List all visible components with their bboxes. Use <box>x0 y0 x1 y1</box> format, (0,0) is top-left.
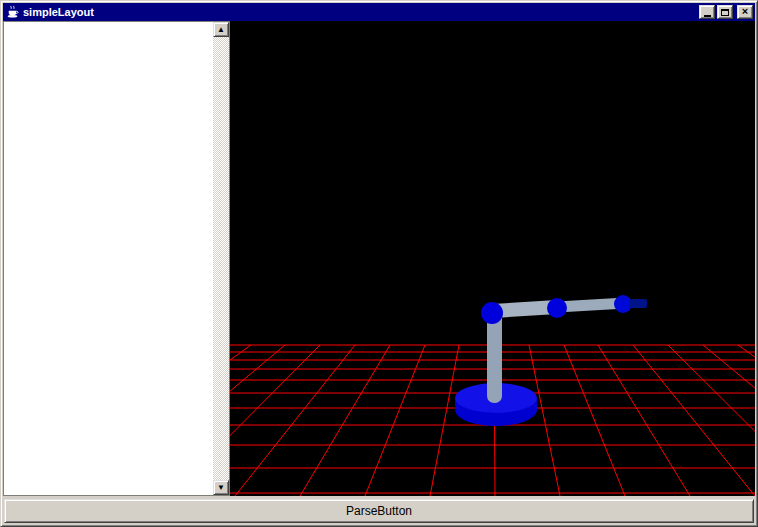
minimize-icon <box>704 15 711 17</box>
vertical-scrollbar[interactable]: ▲ ▼ <box>213 22 229 495</box>
scroll-down-button[interactable]: ▼ <box>213 480 229 495</box>
java-logo-icon <box>5 5 20 20</box>
close-icon: × <box>742 6 748 17</box>
robot-gripper-tip <box>629 299 647 308</box>
app-window: simpleLayout × ▲ ▼ <box>0 0 758 527</box>
maximize-button[interactable] <box>717 5 733 19</box>
scroll-up-icon: ▲ <box>217 26 225 34</box>
maximize-icon <box>721 9 729 16</box>
window-inner: simpleLayout × ▲ ▼ <box>3 3 755 524</box>
close-button[interactable]: × <box>737 5 753 19</box>
window-title: simpleLayout <box>23 6 94 18</box>
titlebar-buttons: × <box>699 5 753 19</box>
robot-3d-viewport[interactable] <box>230 21 755 496</box>
canvas-3d-svg <box>230 21 755 496</box>
robot-shoulder-joint <box>481 302 503 324</box>
robot-column <box>487 311 502 403</box>
titlebar[interactable]: simpleLayout × <box>3 3 755 21</box>
scroll-down-icon: ▼ <box>217 484 225 492</box>
minimize-button[interactable] <box>699 5 715 19</box>
scroll-up-button[interactable]: ▲ <box>213 22 229 37</box>
bottom-bar: ParseButton <box>3 496 755 524</box>
parse-button[interactable]: ParseButton <box>4 499 754 523</box>
output-text-panel: ▲ ▼ <box>3 21 230 496</box>
output-text-area[interactable] <box>5 23 212 494</box>
robot-elbow-joint <box>547 298 567 318</box>
